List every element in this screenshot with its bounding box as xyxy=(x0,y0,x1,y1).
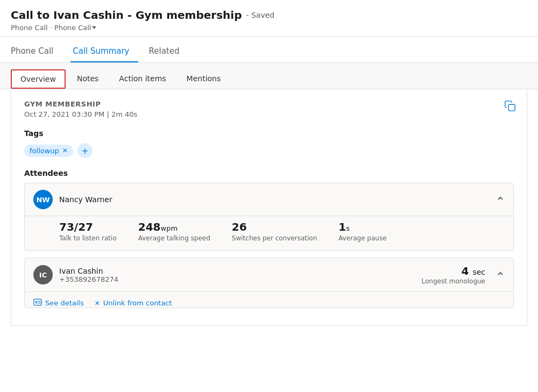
subtab-overview[interactable]: Overview xyxy=(11,69,66,89)
title-text: Call to Ivan Cashin - Gym membership xyxy=(11,9,242,22)
subtab-action-items[interactable]: Action items xyxy=(110,69,175,89)
tab-phone-call[interactable]: Phone Call xyxy=(11,41,62,62)
stat-unit-wpm: wpm xyxy=(161,224,178,232)
content-area: GYM MEMBERSHIP Oct 27, 2021 03:30 PM | 2… xyxy=(0,89,538,337)
attendee-name-nancy: Nancy Warner xyxy=(59,195,112,204)
tab-related[interactable]: Related xyxy=(147,41,188,62)
attendee-header-nancy: NW Nancy Warner xyxy=(25,183,513,216)
collapse-icon-ivan[interactable] xyxy=(496,269,505,280)
footer-actions: See details ✕ Unlink from contact xyxy=(25,291,513,308)
svg-rect-0 xyxy=(508,104,515,111)
stat-avg-pause: 1s Average pause xyxy=(338,220,386,242)
tag-chip-followup: followup ✕ xyxy=(24,145,73,157)
page-title: Call to Ivan Cashin - Gym membership - S… xyxy=(11,9,527,22)
stat-switches: 26 Switches per conversation xyxy=(232,220,317,242)
breadcrumb: Phone Call · Phone Call xyxy=(11,24,527,32)
stat-value-talk-ratio: 73/27 xyxy=(59,220,117,233)
ivan-metric: 4 sec Longest monologue xyxy=(422,265,485,285)
tags-row: followup ✕ + xyxy=(24,143,514,158)
attendee-header-ivan: IC Ivan Cashin +353892678274 4 xyxy=(25,258,513,291)
attendee-card-nancy: NW Nancy Warner 73/27 xyxy=(24,183,514,251)
breadcrumb-separator: · xyxy=(50,24,52,32)
attendee-card-ivan: IC Ivan Cashin +353892678274 4 xyxy=(24,258,514,308)
breadcrumb-dropdown[interactable]: Phone Call xyxy=(54,24,97,32)
tag-remove-button[interactable]: ✕ xyxy=(62,147,68,154)
recording-meta: Oct 27, 2021 03:30 PM | 2m 40s xyxy=(24,110,514,118)
copy-icon[interactable] xyxy=(504,100,516,113)
attendee-right-ivan: 4 sec Longest monologue xyxy=(422,265,505,285)
stat-label-avg-pause: Average pause xyxy=(338,234,386,242)
page-container: Call to Ivan Cashin - Gym membership - S… xyxy=(0,0,538,392)
svg-rect-1 xyxy=(34,299,41,305)
attendee-name-ivan: Ivan Cashin xyxy=(59,267,118,275)
stat-talk-ratio: 73/27 Talk to listen ratio xyxy=(59,220,117,242)
stat-value-talking-speed: 248wpm xyxy=(138,220,210,233)
ivan-metric-label: Longest monologue xyxy=(422,277,485,285)
nancy-stats-row: 73/27 Talk to listen ratio 248wpm Averag… xyxy=(25,216,513,251)
see-details-link[interactable]: See details xyxy=(33,298,84,308)
avatar-nancy: NW xyxy=(33,190,53,209)
unlink-label: Unlink from contact xyxy=(103,299,172,307)
unlink-link[interactable]: ✕ Unlink from contact xyxy=(95,299,172,307)
unlink-icon: ✕ xyxy=(95,300,100,307)
stat-label-talking-speed: Average talking speed xyxy=(138,234,210,242)
stat-label-switches: Switches per conversation xyxy=(232,234,317,242)
chevron-down-icon xyxy=(92,26,96,29)
ivan-metric-value: 4 sec xyxy=(422,265,485,277)
stat-unit-s: s xyxy=(346,224,350,232)
tag-add-button[interactable]: + xyxy=(77,143,93,158)
stat-value-avg-pause: 1s xyxy=(338,220,386,233)
subtab-mentions[interactable]: Mentions xyxy=(178,69,230,89)
recording-title: GYM MEMBERSHIP xyxy=(24,100,514,108)
saved-badge: - Saved xyxy=(246,11,274,19)
svg-point-2 xyxy=(36,301,37,303)
attendees-label: Attendees xyxy=(24,169,514,177)
main-tabs: Phone Call Call Summary Related xyxy=(0,41,538,63)
avatar-ivan: IC xyxy=(33,265,53,284)
subtab-notes[interactable]: Notes xyxy=(68,69,108,89)
see-details-icon xyxy=(33,298,42,308)
attendee-left-ivan: IC Ivan Cashin +353892678274 xyxy=(33,265,118,284)
attendee-left-nancy: NW Nancy Warner xyxy=(33,190,112,209)
tags-label: Tags xyxy=(24,129,514,138)
attendee-phone-ivan: +353892678274 xyxy=(59,275,118,283)
stat-talking-speed: 248wpm Average talking speed xyxy=(138,220,210,242)
sub-tabs: Overview Notes Action items Mentions xyxy=(0,63,538,89)
breadcrumb-item1: Phone Call xyxy=(11,24,48,32)
ivan-metric-unit: sec xyxy=(472,268,485,276)
recording-card: GYM MEMBERSHIP Oct 27, 2021 03:30 PM | 2… xyxy=(11,89,527,326)
ivan-info: Ivan Cashin +353892678274 xyxy=(59,267,118,283)
tag-label: followup xyxy=(30,147,59,155)
header: Call to Ivan Cashin - Gym membership - S… xyxy=(0,0,538,37)
see-details-label: See details xyxy=(45,299,84,307)
attendees-section: Attendees NW Nancy Warner xyxy=(24,169,514,308)
stat-value-switches: 26 xyxy=(232,220,317,233)
stat-label-talk-ratio: Talk to listen ratio xyxy=(59,234,117,242)
collapse-icon-nancy[interactable] xyxy=(496,194,505,205)
breadcrumb-item2: Phone Call xyxy=(54,24,91,32)
tab-call-summary[interactable]: Call Summary xyxy=(70,41,138,62)
